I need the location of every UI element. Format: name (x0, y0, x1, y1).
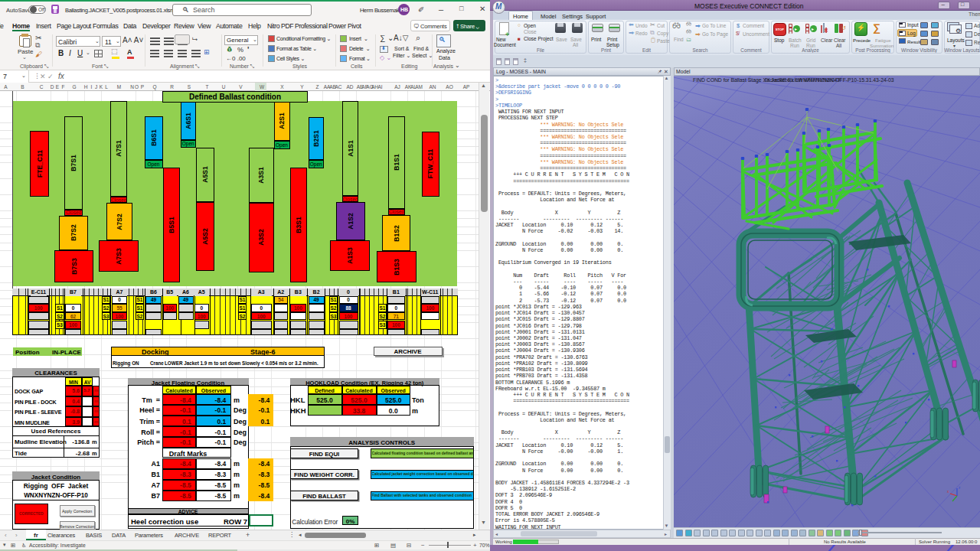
svg-text:JacketBExxLiftWNXNYNZNxOFF: JacketBExxLiftWNXNYNZNxOFF (764, 77, 841, 83)
